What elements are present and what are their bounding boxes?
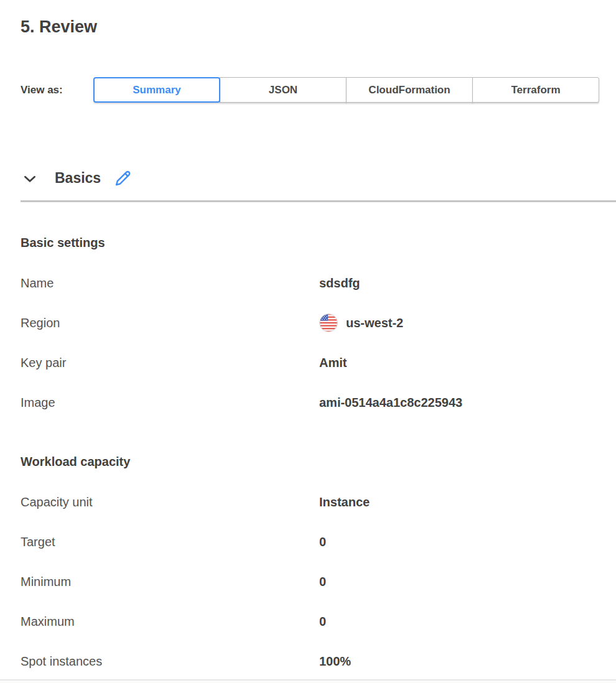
edit-basics-button[interactable] bbox=[114, 170, 131, 187]
field-label: Maximum bbox=[21, 615, 319, 629]
group-heading-workload-capacity: Workload capacity bbox=[21, 454, 616, 469]
edit-pencil-icon bbox=[114, 170, 131, 187]
field-label: Key pair bbox=[21, 356, 319, 370]
field-label: Capacity unit bbox=[21, 495, 319, 509]
group-heading-basic-settings: Basic settings bbox=[21, 235, 616, 250]
field-row-image: Image ami-0514a4a1c8c225943 bbox=[0, 383, 616, 422]
field-row-spot-instances: Spot instances 100% bbox=[0, 641, 616, 681]
field-row-maximum: Maximum 0 bbox=[0, 602, 616, 641]
field-value: Amit bbox=[319, 356, 347, 370]
field-value: 0 bbox=[319, 535, 326, 549]
view-as-button-json[interactable]: JSON bbox=[220, 77, 347, 103]
field-value: ami-0514a4a1c8c225943 bbox=[319, 396, 462, 410]
view-as-button-group: Summary JSON CloudFormation Terraform bbox=[93, 77, 599, 103]
view-as-label: View as: bbox=[21, 84, 93, 96]
view-as-button-cloudformation[interactable]: CloudFormation bbox=[346, 77, 473, 103]
collapse-toggle[interactable] bbox=[22, 170, 38, 187]
field-row-minimum: Minimum 0 bbox=[0, 562, 616, 602]
field-value: sdsdfg bbox=[319, 276, 360, 290]
field-row-region: Region bbox=[0, 303, 616, 343]
field-label: Region bbox=[21, 316, 319, 330]
field-label: Image bbox=[21, 396, 319, 410]
basics-section-header: Basics bbox=[22, 169, 616, 188]
field-label: Target bbox=[21, 535, 319, 549]
field-row-key-pair: Key pair Amit bbox=[0, 343, 616, 383]
field-value: 0 bbox=[319, 615, 326, 629]
field-value: 0 bbox=[319, 575, 326, 589]
field-row-target: Target 0 bbox=[0, 522, 616, 562]
chevron-down-icon bbox=[22, 170, 38, 187]
section-title: Basics bbox=[55, 170, 101, 187]
field-label: Name bbox=[21, 276, 319, 290]
region-value-text: us-west-2 bbox=[346, 316, 403, 330]
page-title: 5. Review bbox=[21, 17, 616, 37]
field-label: Minimum bbox=[21, 575, 319, 589]
us-flag-icon bbox=[319, 314, 338, 332]
view-as-button-terraform[interactable]: Terraform bbox=[472, 77, 599, 103]
basic-settings-rows: Name sdsdfg Region bbox=[0, 263, 616, 422]
field-label: Spot instances bbox=[21, 654, 319, 669]
workload-capacity-rows: Capacity unit Instance Target 0 Minimum … bbox=[0, 482, 616, 681]
field-row-capacity-unit: Capacity unit Instance bbox=[0, 482, 616, 522]
section-divider bbox=[21, 200, 616, 202]
field-value: us-west-2 bbox=[319, 314, 403, 332]
view-as-button-summary[interactable]: Summary bbox=[93, 77, 220, 103]
page-bottom-strip bbox=[0, 681, 616, 683]
field-value: Instance bbox=[319, 495, 370, 509]
view-as-row: View as: Summary JSON CloudFormation Ter… bbox=[0, 77, 616, 103]
field-value: 100% bbox=[319, 654, 351, 669]
field-row-name: Name sdsdfg bbox=[0, 263, 616, 303]
bottom-divider bbox=[0, 679, 616, 681]
